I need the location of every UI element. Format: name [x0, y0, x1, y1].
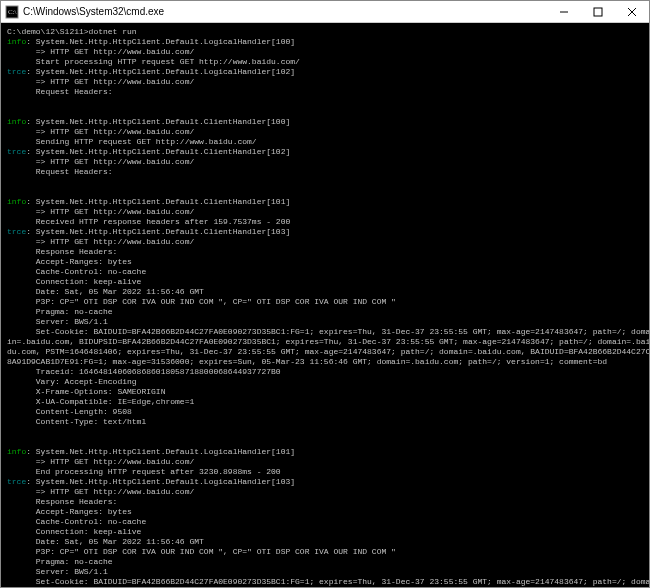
terminal-line: Server: BWS/1.1 — [7, 317, 643, 327]
terminal-line: C:\demo\12\S1211>dotnet run — [7, 27, 643, 37]
terminal-line: Cache-Control: no-cache — [7, 267, 643, 277]
window: C:\ C:\Windows\System32\cmd.exe C:\demo\… — [0, 0, 650, 588]
terminal-line: Connection: keep-alive — [7, 277, 643, 287]
terminal-line: info: System.Net.Http.HttpClient.Default… — [7, 37, 643, 47]
terminal-line: => HTTP GET http://www.baidu.com/ — [7, 157, 643, 167]
svg-rect-3 — [594, 8, 602, 16]
terminal-line: Content-Type: text/html — [7, 417, 643, 427]
terminal-line: Server: BWS/1.1 — [7, 567, 643, 577]
titlebar[interactable]: C:\ C:\Windows\System32\cmd.exe — [1, 1, 649, 23]
terminal-line: X-Frame-Options: SAMEORIGIN — [7, 387, 643, 397]
terminal-line — [7, 437, 643, 447]
terminal-line: => HTTP GET http://www.baidu.com/ — [7, 487, 643, 497]
terminal-line: X-UA-Compatible: IE=Edge,chrome=1 — [7, 397, 643, 407]
terminal-line: => HTTP GET http://www.baidu.com/ — [7, 127, 643, 137]
terminal-line — [7, 107, 643, 117]
terminal-line: in=.baidu.com, BIDUPSID=BFA42B66B2D44C27… — [7, 337, 643, 347]
terminal-line: P3P: CP=" OTI DSP COR IVA OUR IND COM ",… — [7, 297, 643, 307]
terminal-line: info: System.Net.Http.HttpClient.Default… — [7, 447, 643, 457]
terminal-line: => HTTP GET http://www.baidu.com/ — [7, 457, 643, 467]
terminal-line: trce: System.Net.Http.HttpClient.Default… — [7, 227, 643, 237]
terminal-line: Traceid: 1646481406068686018058718800068… — [7, 367, 643, 377]
terminal-line — [7, 97, 643, 107]
terminal-line: Pragma: no-cache — [7, 557, 643, 567]
svg-text:C:\: C:\ — [8, 8, 17, 16]
terminal-line: Date: Sat, 05 Mar 2022 11:56:46 GMT — [7, 537, 643, 547]
terminal-line: => HTTP GET http://www.baidu.com/ — [7, 77, 643, 87]
terminal-line: Response Headers: — [7, 497, 643, 507]
terminal-output[interactable]: C:\demo\12\S1211>dotnet runinfo: System.… — [1, 23, 649, 587]
terminal-line: Pragma: no-cache — [7, 307, 643, 317]
window-title: C:\Windows\System32\cmd.exe — [23, 6, 547, 17]
terminal-line: Accept-Ranges: bytes — [7, 507, 643, 517]
minimize-button[interactable] — [547, 1, 581, 23]
terminal-line: info: System.Net.Http.HttpClient.Default… — [7, 197, 643, 207]
terminal-line: info: System.Net.Http.HttpClient.Default… — [7, 117, 643, 127]
maximize-button[interactable] — [581, 1, 615, 23]
terminal-line: Sending HTTP request GET http://www.baid… — [7, 137, 643, 147]
terminal-line: End processing HTTP request after 3230.8… — [7, 467, 643, 477]
terminal-line: Connection: keep-alive — [7, 527, 643, 537]
terminal-line: Cache-Control: no-cache — [7, 517, 643, 527]
cmd-icon: C:\ — [5, 5, 19, 19]
terminal-line: Request Headers: — [7, 87, 643, 97]
terminal-line — [7, 177, 643, 187]
close-button[interactable] — [615, 1, 649, 23]
terminal-line: 8A91D9CAB1D7E91:FG=1; max-age=31536000; … — [7, 357, 643, 367]
terminal-line: => HTTP GET http://www.baidu.com/ — [7, 207, 643, 217]
terminal-line: du.com, PSTM=1646481406; expires=Thu, 31… — [7, 347, 643, 357]
terminal-line — [7, 187, 643, 197]
terminal-line: Received HTTP response headers after 159… — [7, 217, 643, 227]
terminal-line: Accept-Ranges: bytes — [7, 257, 643, 267]
terminal-line: trce: System.Net.Http.HttpClient.Default… — [7, 147, 643, 157]
terminal-line: Date: Sat, 05 Mar 2022 11:56:46 GMT — [7, 287, 643, 297]
terminal-line: trce: System.Net.Http.HttpClient.Default… — [7, 67, 643, 77]
terminal-line: Vary: Accept-Encoding — [7, 377, 643, 387]
terminal-line: Request Headers: — [7, 167, 643, 177]
terminal-line: => HTTP GET http://www.baidu.com/ — [7, 237, 643, 247]
terminal-line — [7, 427, 643, 437]
terminal-line: Response Headers: — [7, 247, 643, 257]
terminal-line: Start processing HTTP request GET http:/… — [7, 57, 643, 67]
terminal-line: => HTTP GET http://www.baidu.com/ — [7, 47, 643, 57]
terminal-line: trce: System.Net.Http.HttpClient.Default… — [7, 477, 643, 487]
terminal-line: Set-Cookie: BAIDUID=BFA42B66B2D44C27FA0E… — [7, 327, 643, 337]
terminal-line: Content-Length: 9508 — [7, 407, 643, 417]
terminal-line: Set-Cookie: BAIDUID=BFA42B66B2D44C27FA0E… — [7, 577, 643, 587]
terminal-line: P3P: CP=" OTI DSP COR IVA OUR IND COM ",… — [7, 547, 643, 557]
